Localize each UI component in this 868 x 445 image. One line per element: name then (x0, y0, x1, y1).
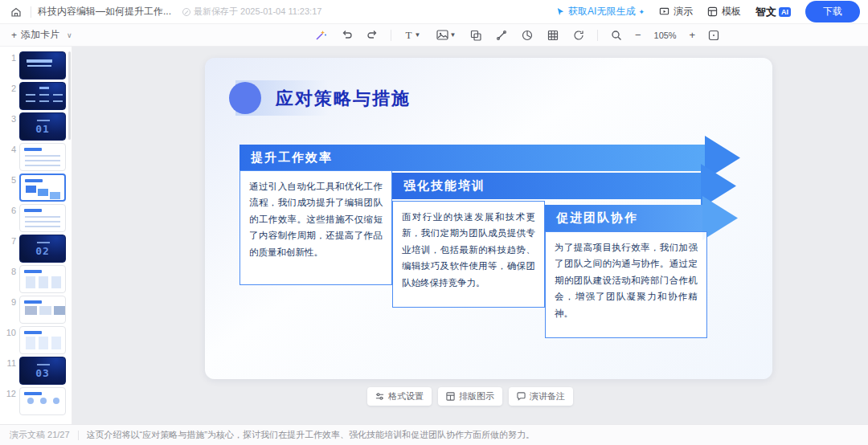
animation-icon[interactable] (571, 28, 586, 43)
slide-number: 9 (5, 296, 16, 307)
zoom-in-icon[interactable]: + (690, 30, 696, 40)
add-card-button[interactable]: + 添加卡片 ∨ (0, 28, 79, 42)
slide-number: 4 (5, 143, 16, 154)
slide-number: 2 (5, 82, 16, 93)
slide-thumbnail-9[interactable] (19, 296, 66, 324)
layout-diagram-button[interactable]: 排版图示 (438, 387, 502, 406)
divider (597, 30, 598, 41)
format-settings-button[interactable]: 格式设置 (367, 387, 432, 406)
slide-number: 7 (5, 235, 16, 246)
slide-thumbnail-1[interactable] (19, 51, 66, 80)
thumbnail-row: 6 (0, 204, 72, 232)
slide-canvas[interactable]: 应对策略与措施 提升工作效率 强化技能培训 促进团队协作 通过引入自动化工具和优… (205, 58, 772, 379)
slide-thumbnail-8[interactable] (19, 265, 66, 293)
card-2-body[interactable]: 面对行业的快速发展和技术更新，我们定期为团队成员提供专业培训，包括最新的科技趋势… (392, 201, 545, 308)
spark-icon: ✦ (638, 8, 645, 16)
slide-thumbnail-2[interactable] (19, 82, 66, 110)
chevron-down-icon: ∨ (67, 31, 72, 39)
slide-action-bar: 格式设置 排版图示 演讲备注 (72, 387, 868, 406)
card-1-heading[interactable]: 提升工作效率 (251, 150, 333, 165)
zoom-level[interactable]: 105% (653, 31, 678, 40)
table-icon[interactable] (546, 28, 560, 43)
card-3-heading[interactable]: 促进团队协作 (556, 210, 638, 226)
download-button[interactable]: 下载 (805, 1, 860, 22)
top-header-bar: 科技内容编辑—如何提升工作... 最新保存于 2025-01-04 11:23:… (0, 0, 868, 24)
slide-number: 6 (5, 204, 16, 215)
slide-number: 11 (5, 357, 16, 368)
speaker-notes-button[interactable]: 演讲备注 (509, 387, 573, 406)
thumbnail-row: 301 (0, 112, 72, 141)
chart-icon[interactable] (520, 28, 534, 43)
thumbnail-row: 1103 (0, 357, 72, 385)
speaker-note-text[interactable]: 这页介绍将以“应对策略与措施”为核心，探讨我们在提升工作效率、强化技能培训和促进… (87, 429, 534, 441)
slide-thumbnail-3[interactable]: 01 (19, 112, 66, 141)
thumbnail-row: 2 (0, 82, 72, 110)
thumbnail-row: 8 (0, 265, 72, 293)
image-icon[interactable]: ▼ (435, 28, 457, 43)
page-indicator: 演示文稿 21/27 (10, 429, 70, 441)
template-button[interactable]: 模板 (707, 5, 741, 18)
ai-magic-icon[interactable] (313, 28, 328, 43)
thumbnail-row: 1 (0, 51, 72, 80)
slide-title[interactable]: 应对策略与措施 (276, 87, 411, 111)
slide-number: 12 (5, 387, 16, 398)
undo-icon[interactable] (339, 28, 354, 43)
slide-number: 3 (5, 112, 16, 124)
slide-thumbnail-10[interactable] (19, 326, 66, 354)
save-status: 最新保存于 2025-01-04 11:23:17 (182, 6, 321, 18)
sliders-icon (375, 392, 384, 401)
thumbnail-row: 702 (0, 235, 72, 263)
thumbnail-row: 12 (0, 387, 72, 415)
sidebar-scrollbar[interactable] (68, 51, 71, 140)
slide-number: 1 (5, 51, 16, 63)
divider (78, 431, 79, 440)
fit-screen-icon[interactable] (706, 28, 721, 43)
ai-unlimited-banner[interactable]: 获取AI无限生成✦ (556, 5, 645, 18)
thumbnail-row: 10 (0, 326, 72, 354)
divider (31, 6, 31, 18)
redo-icon[interactable] (365, 28, 379, 43)
present-button[interactable]: 演示 (659, 5, 693, 18)
slide-number: 10 (5, 326, 16, 337)
thumbnail-row: 5 (0, 174, 72, 202)
document-title[interactable]: 科技内容编辑—如何提升工作... (38, 5, 171, 18)
slide-thumbnail-6[interactable] (19, 204, 66, 232)
editor-canvas: 应对策略与措施 提升工作效率 强化技能培训 促进团队协作 通过引入自动化工具和优… (72, 47, 868, 424)
slide-thumbnail-7[interactable]: 02 (19, 235, 66, 263)
divider (391, 30, 391, 41)
comment-icon (517, 392, 526, 401)
search-icon[interactable] (609, 28, 624, 43)
process-arrow-3-tip (702, 196, 738, 240)
thumbnail-row: 9 (0, 296, 72, 324)
slide-number: 5 (5, 174, 16, 185)
template-icon (707, 6, 718, 17)
home-icon[interactable] (8, 4, 24, 20)
app-logo: 智文 AI (755, 5, 791, 19)
slide-thumbnail-5[interactable] (19, 174, 66, 202)
thumbnail-row: 4 (0, 143, 72, 171)
zoom-out-icon[interactable]: − (635, 30, 641, 40)
card-2-heading[interactable]: 强化技能培训 (403, 178, 485, 194)
saved-icon (182, 8, 190, 16)
text-icon[interactable]: T▼ (403, 28, 424, 43)
toolbar: + 添加卡片 ∨ T▼ ▼ (0, 24, 868, 47)
present-icon (659, 6, 669, 17)
line-icon[interactable] (494, 28, 509, 43)
cursor-icon (556, 7, 565, 16)
slide-thumbnail-11[interactable]: 03 (19, 357, 66, 385)
notes-footer-bar: 演示文稿 21/27 这页介绍将以“应对策略与措施”为核心，探讨我们在提升工作效… (0, 424, 868, 445)
title-circle-decoration (229, 82, 261, 114)
slide-thumbnail-4[interactable] (19, 143, 66, 171)
layout-icon (446, 392, 455, 401)
shape-icon[interactable] (469, 28, 483, 43)
slide-thumbnail-12[interactable] (19, 387, 66, 415)
card-3-body[interactable]: 为了提高项目执行效率，我们加强了团队之间的沟通与协作。通过定期的团队建设活动和跨… (545, 231, 707, 338)
slide-thumbnail-panel: 123014567028910110312 (0, 47, 72, 424)
plus-icon: + (11, 30, 17, 41)
slide-number: 8 (5, 265, 16, 276)
card-1-body[interactable]: 通过引入自动化工具和优化工作流程，我们成功提升了编辑团队的工作效率。这些措施不仅… (240, 170, 392, 285)
